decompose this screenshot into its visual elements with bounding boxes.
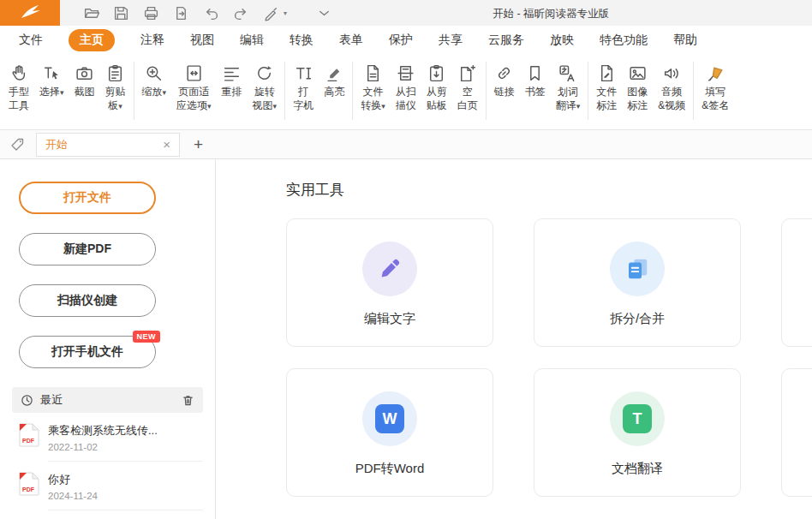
card-partial[interactable] (781, 368, 812, 497)
ribbon-snapshot[interactable]: 截图 (69, 58, 100, 101)
ribbon-separator (588, 62, 588, 120)
ribbon-reflow[interactable]: 重排 (217, 58, 248, 101)
ribbon-typewriter[interactable]: 打 字机 (288, 58, 319, 115)
blank-page-icon (457, 60, 477, 86)
clock-icon (21, 394, 33, 407)
ribbon-highlight[interactable]: 高亮 (319, 58, 349, 101)
recent-file-item[interactable]: PDF 你好 2024-11-24 (19, 462, 203, 510)
ribbon-separator (352, 62, 353, 120)
document-tab-bar: 开始 × + (0, 130, 812, 159)
svg-text:PDF: PDF (22, 486, 35, 492)
open-folder-icon[interactable] (82, 4, 99, 21)
page-fit-icon (184, 60, 204, 86)
card-pdf-to-word[interactable]: W PDF转Word (286, 368, 493, 497)
ribbon-label: 文件 标注 (596, 86, 617, 113)
tag-icon[interactable] (9, 136, 26, 153)
ribbon-zoom[interactable]: 缩放▾ (137, 58, 172, 101)
ribbon-word-translate[interactable]: 划词 翻译▾ (551, 58, 586, 115)
menu-view[interactable]: 视图 (190, 33, 214, 48)
menu-features[interactable]: 特色功能 (600, 33, 648, 48)
menu-comment[interactable]: 注释 (140, 33, 164, 48)
card-split-merge[interactable]: 拆分/合并 (534, 218, 741, 347)
ribbon: 手型 工具 选择▾ 截图 剪贴 板▾ 缩放▾ (0, 55, 812, 130)
ribbon-select-tool[interactable]: 选择▾ (34, 58, 69, 101)
titlebar: ▾ 开始 - 福昕阅读器专业版 (0, 0, 812, 26)
menu-share[interactable]: 共享 (439, 33, 463, 48)
doc-convert-icon (363, 60, 383, 86)
svg-text:PDF: PDF (22, 438, 35, 444)
card-partial[interactable] (781, 218, 812, 347)
new-tab-button[interactable]: + (194, 136, 203, 152)
translate-icon (558, 60, 577, 86)
ribbon-fill-sign[interactable]: 填写 &签名 (696, 58, 734, 115)
ribbon-label: 书签 (525, 86, 546, 99)
trash-icon[interactable] (182, 394, 194, 407)
new-pdf-label: 新建PDF (63, 242, 111, 257)
quick-access-toolbar: ▾ (82, 4, 332, 21)
main-panel: 实用工具 编辑文字 拆分/合并 (216, 159, 812, 519)
ribbon-label: 填写 &签名 (702, 86, 729, 113)
menu-convert[interactable]: 转换 (290, 33, 313, 48)
ribbon-bookmark[interactable]: 书签 (520, 58, 551, 101)
sign-pen-icon (706, 60, 725, 86)
customize-toolbar-chevron-icon[interactable] (315, 4, 332, 21)
scanner-create-button[interactable]: 扫描仪创建 (19, 284, 156, 317)
open-file-button[interactable]: 打开文件 (19, 182, 156, 214)
ribbon-label: 截图 (75, 86, 95, 99)
content-area: 打开文件 新建PDF 扫描仪创建 打开手机文件 NEW 最近 PDF (0, 159, 812, 519)
redo-icon[interactable] (232, 4, 249, 21)
camera-icon (75, 60, 94, 86)
ribbon-audio-video[interactable]: 音频 &视频 (653, 58, 690, 115)
card-row: W PDF转Word T 文档翻译 (286, 368, 812, 497)
tab-start[interactable]: 开始 × (36, 133, 180, 157)
ribbon-rotate-view[interactable]: 旋转 视图▾ (248, 58, 283, 115)
recent-section-header: 最近 (12, 387, 203, 413)
translate-t-icon: T (610, 391, 665, 446)
save-icon[interactable] (112, 4, 129, 21)
recent-file-info: 你好 2024-11-24 (48, 472, 203, 510)
foxit-logo (0, 0, 60, 26)
menu-form[interactable]: 表单 (339, 33, 363, 48)
ribbon-image-annotation[interactable]: 图像 标注 (622, 58, 653, 115)
ribbon-file-convert[interactable]: 文件 转换▾ (355, 58, 391, 115)
menu-file[interactable]: 文件 (19, 33, 43, 48)
menu-help[interactable]: 帮助 (673, 33, 697, 48)
ribbon-link[interactable]: 链接 (489, 58, 520, 101)
menu-edit[interactable]: 编辑 (240, 33, 264, 48)
scanner-create-label: 扫描仪创建 (57, 293, 117, 308)
reflow-icon (222, 60, 242, 86)
recent-title: 最近 (40, 392, 63, 408)
ribbon-hand-tool[interactable]: 手型 工具 (3, 58, 34, 115)
print-icon[interactable] (142, 4, 159, 21)
pen-tool-icon[interactable] (262, 4, 279, 21)
ribbon-file-annotation[interactable]: 文件 标注 (591, 58, 622, 115)
window-title: 开始 - 福昕阅读器专业版 (493, 7, 609, 21)
card-doc-translate[interactable]: T 文档翻译 (534, 368, 741, 497)
recent-file-item[interactable]: PDF 乘客检测系统无线传... 2022-11-02 (19, 413, 203, 462)
menu-home[interactable]: 主页 (69, 29, 115, 51)
tab-close-icon[interactable]: × (163, 138, 170, 151)
card-label: PDF转Word (355, 461, 425, 477)
ribbon-from-scanner[interactable]: 从扫 描仪 (391, 58, 421, 115)
new-pdf-button[interactable]: 新建PDF (19, 233, 156, 265)
menu-cloud[interactable]: 云服务 (488, 33, 524, 48)
ribbon-page-fit[interactable]: 页面适 应选项▾ (171, 58, 217, 115)
ribbon-blank-page[interactable]: 空 白页 (452, 58, 483, 115)
tool-cards-grid: 编辑文字 拆分/合并 W PDF转Word (286, 218, 812, 497)
pen-tool-caret-icon[interactable]: ▾ (284, 9, 287, 17)
menu-protect[interactable]: 保护 (389, 33, 413, 48)
card-row: 编辑文字 拆分/合并 (286, 218, 812, 347)
ribbon-clipboard[interactable]: 剪贴 板▾ (100, 58, 131, 115)
card-edit-text[interactable]: 编辑文字 (286, 218, 493, 347)
ribbon-from-clipboard[interactable]: 从剪 贴板 (421, 58, 452, 115)
open-mobile-file-button[interactable]: 打开手机文件 NEW (19, 336, 156, 368)
ribbon-label: 音频 &视频 (658, 86, 685, 113)
image-icon (628, 60, 648, 86)
ribbon-label: 旋转 视图▾ (253, 86, 278, 113)
menu-present[interactable]: 放映 (550, 33, 574, 48)
recent-file-date: 2022-11-02 (48, 442, 203, 452)
undo-icon[interactable] (202, 4, 219, 21)
ribbon-separator (693, 62, 694, 120)
export-doc-icon[interactable] (172, 4, 189, 21)
menu-bar: 文件 主页 注释 视图 编辑 转换 表单 保护 共享 云服务 放映 特色功能 帮… (0, 26, 812, 55)
